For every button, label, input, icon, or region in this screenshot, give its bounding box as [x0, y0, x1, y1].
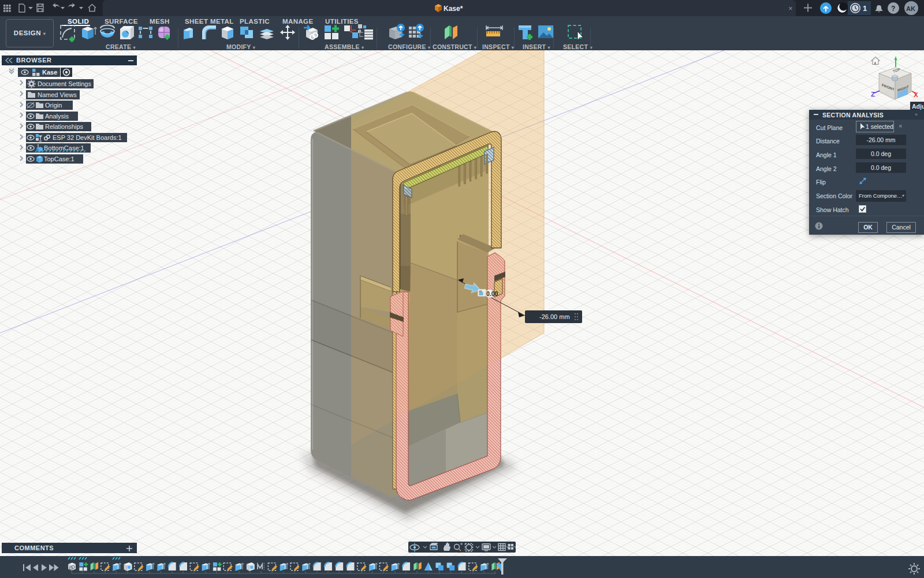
svg-text:Adju: Adju: [912, 103, 924, 110]
svg-text:Z: Z: [871, 91, 875, 98]
svg-text:0.00: 0.00: [486, 290, 498, 297]
svg-text:1 selected: 1 selected: [866, 123, 893, 130]
svg-text:-26.00 mm: -26.00 mm: [539, 313, 570, 320]
